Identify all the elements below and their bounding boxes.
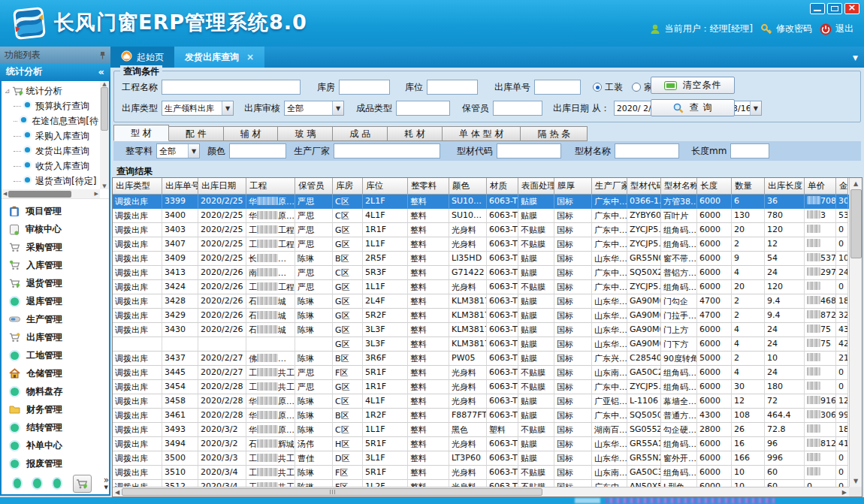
radio-gongzhuang[interactable]: 工装 <box>593 81 623 94</box>
color-input[interactable] <box>229 143 286 158</box>
sidebar-item-审核中心[interactable]: 审核中心 <box>2 220 109 238</box>
column-header-膜厚[interactable]: 膜厚 <box>554 178 592 195</box>
close-button[interactable] <box>844 3 859 14</box>
table-row[interactable]: 调拨出库34002020/2/25华原…严思C区4L1F整料SU10…6063-… <box>113 209 862 223</box>
table-row[interactable]: G区3L3F整料KLM38176063-T5贴膜国标山东华…GA90M09…门下… <box>113 337 862 352</box>
column-header-库位[interactable]: 库位 <box>363 178 408 195</box>
warehouse-input[interactable] <box>339 80 390 95</box>
column-header-金[interactable]: 金 <box>836 178 848 195</box>
whole-part-select[interactable]: 全部▼ <box>156 143 200 158</box>
table-row[interactable]: 调拨出库34292020/2/26石城陈琳G区5R2F整料KLM38176063… <box>113 309 862 323</box>
overflow-chevron[interactable]: »▼ <box>104 477 109 490</box>
horizontal-scroll-thumb[interactable] <box>122 488 542 496</box>
table-row[interactable]: 调拨出库34072020/2/25工工程严思G区1L1F整料光身料6063-T5… <box>113 237 862 252</box>
table-row[interactable]: 调拨出库34032020/2/25工工程严思G区1R1F整料光身料6063-T5… <box>113 223 862 237</box>
out-type-select[interactable]: 生产领料出库▼ <box>162 101 234 116</box>
column-header-库房[interactable]: 库房 <box>333 178 363 195</box>
table-row[interactable]: 调拨出库33992020/2/25华原…严思C区2L1F整料SU10…6063-… <box>113 195 862 209</box>
table-row[interactable]: 调拨出库34452020/2/27工共工程严思F区5R1F整料光身料6063-T… <box>113 366 862 380</box>
scroll-right-icon[interactable]: ▶ <box>842 489 847 496</box>
column-header-出库单号[interactable]: 出库单号 <box>162 178 198 195</box>
toolbar-dot-icon-2[interactable] <box>33 478 41 488</box>
sidebar-item-工地管理[interactable]: 工地管理 <box>2 346 109 364</box>
column-header-保管员[interactable]: 保管员 <box>295 178 333 195</box>
material-tab-5[interactable]: 耗 材 <box>388 126 443 141</box>
table-row[interactable]: 调拨出库34242020/2/26工工程严思G区1L1F整料光身料6063-T5… <box>113 280 862 294</box>
location-input[interactable] <box>427 80 478 95</box>
logout-button[interactable]: 退出 <box>820 23 853 35</box>
table-row[interactable]: 调拨出库35122020/3/4工共工程陈琳F区1L2F整料光身料6063-T5… <box>113 480 862 487</box>
table-row[interactable]: 调拨出库35102020/3/4工共工程陈琳F区5R1F整料光身料6063-T5… <box>113 466 862 480</box>
table-row[interactable]: 调拨出库34612020/2/28华原…陈琳B区1R2F整料F8877FT606… <box>113 409 862 423</box>
column-header-表面处理[interactable]: 表面处理 <box>518 178 554 195</box>
tree-vertical-scrollbar[interactable]: ▲▼ <box>100 81 109 189</box>
clear-conditions-button[interactable]: 清空条件 <box>651 77 735 94</box>
material-tab-7[interactable]: 隔 热 条 <box>521 126 588 141</box>
table-row[interactable]: 调拨出库35002020/3/3工共工程曹佳D区3L1F整料LT3P606063… <box>113 451 862 466</box>
change-password-button[interactable]: 修改密码 <box>760 23 812 35</box>
table-row[interactable]: 调拨出库34132020/2/26南…严思C区5R3F整料G714226063-… <box>113 266 862 280</box>
tree-horizontal-scrollbar[interactable]: ◀▶ <box>2 189 100 198</box>
tab-list-caret-icon[interactable]: ▼ <box>853 54 858 62</box>
tab-close-icon[interactable]: × <box>246 52 254 62</box>
product-type-input[interactable] <box>396 101 450 116</box>
search-button[interactable]: 查 询 <box>651 99 735 116</box>
tree-item-退货查询[待定][interactable]: 退货查询[待定] <box>5 174 98 189</box>
sidebar-item-物料盘存[interactable]: 物料盘存 <box>2 382 109 400</box>
table-row[interactable]: 调拨出库34932020/3/2华原…陈琳C区1L1F整料黑色塑料不贴膜国标湖南… <box>113 423 862 437</box>
tree-item-预算执行查询[interactable]: 预算执行查询 <box>5 98 98 113</box>
profile-code-input[interactable] <box>497 143 561 158</box>
column-header-整零料[interactable]: 整零料 <box>408 178 449 195</box>
tree-item-采购入库查询[interactable]: 采购入库查询 <box>5 128 98 143</box>
sidebar-item-入库管理[interactable]: 入库管理 <box>2 256 109 274</box>
sidebar-item-财务管理[interactable]: 财务管理 <box>2 400 109 418</box>
column-header-生产厂家[interactable]: 生产厂家 <box>592 178 627 195</box>
column-header-材质[interactable]: 材质 <box>487 178 518 195</box>
length-input[interactable] <box>730 143 769 158</box>
sidebar-item-结转管理[interactable]: 结转管理 <box>2 418 109 436</box>
table-row[interactable]: 调拨出库34282020/2/26石城陈琳G区2L4F整料KLM38176063… <box>113 294 862 309</box>
toolbar-cart-button[interactable] <box>73 475 91 493</box>
toolbar-dot-icon-3[interactable] <box>53 478 61 488</box>
column-header-数量[interactable]: 数量 <box>732 178 765 195</box>
scroll-up-icon[interactable]: ▲ <box>853 178 858 189</box>
manufacturer-input[interactable] <box>334 143 440 158</box>
maximize-button[interactable] <box>827 3 842 14</box>
grid-horizontal-scrollbar[interactable]: ◀ ▶ <box>113 487 849 496</box>
profile-name-input[interactable] <box>615 143 679 158</box>
current-user[interactable]: 当前用户：经理[经理] <box>649 23 753 35</box>
table-row[interactable]: 调拨出库34542020/2/28工共工程严思G区1R1F整料光身料6063-T… <box>113 380 862 394</box>
material-tab-2[interactable]: 辅 材 <box>224 126 279 141</box>
sidebar-item-报废管理[interactable]: 报废管理 <box>2 454 109 472</box>
toolbar-dot-icon-1[interactable] <box>14 478 21 488</box>
project-name-input[interactable] <box>162 80 301 95</box>
grid-vertical-scrollbar[interactable]: ▲ ▼ <box>849 178 862 487</box>
scroll-left-icon[interactable]: ◀ <box>115 489 119 496</box>
column-header-工程[interactable]: 工程 <box>246 178 295 195</box>
vertical-scroll-thumb[interactable] <box>850 189 862 258</box>
table-row[interactable]: 调拨出库34372020/2/27佛…陈琳B区3R6F整料PW056063-T5… <box>113 352 862 366</box>
tree-item-收货入库查询[interactable]: 收货入库查询 <box>5 158 98 174</box>
minimize-button[interactable] <box>810 3 825 14</box>
sidebar-item-退货管理[interactable]: 退货管理 <box>2 274 109 292</box>
column-header-长度[interactable]: 长度 <box>697 178 732 195</box>
column-header-单价[interactable]: 单价 <box>805 178 836 195</box>
tree-root-statistics[interactable]: ⊿统计分析 <box>5 83 98 98</box>
sidebar-item-采购管理[interactable]: 采购管理 <box>2 238 109 256</box>
material-tab-6[interactable]: 单 体 型 材 <box>443 126 521 141</box>
tree-item-在途信息查询[待[interactable]: 在途信息查询[待 <box>5 113 98 128</box>
sidebar-item-生产管理[interactable]: 生产管理 <box>2 310 109 328</box>
sidebar-item-退库管理[interactable]: 退库管理 <box>2 292 109 310</box>
pin-icon[interactable] <box>99 51 106 59</box>
sidebar-item-仓储管理[interactable]: 仓储管理 <box>2 364 109 382</box>
section-header-statistics[interactable]: 统计分析 « <box>0 63 110 80</box>
material-tab-3[interactable]: 玻 璃 <box>278 126 333 141</box>
sidebar-item-出库管理[interactable]: 出库管理 <box>2 328 109 346</box>
column-header-出库类型[interactable]: 出库类型 <box>113 178 162 195</box>
sidebar-item-项目管理[interactable]: 项目管理 <box>2 202 109 220</box>
material-tab-4[interactable]: 成 品 <box>333 126 388 141</box>
material-tab-1[interactable]: 配 件 <box>169 126 224 141</box>
audit-select[interactable]: 全部▼ <box>284 101 344 116</box>
collapse-icon[interactable]: « <box>98 66 104 77</box>
column-header-颜色[interactable]: 颜色 <box>449 178 487 195</box>
